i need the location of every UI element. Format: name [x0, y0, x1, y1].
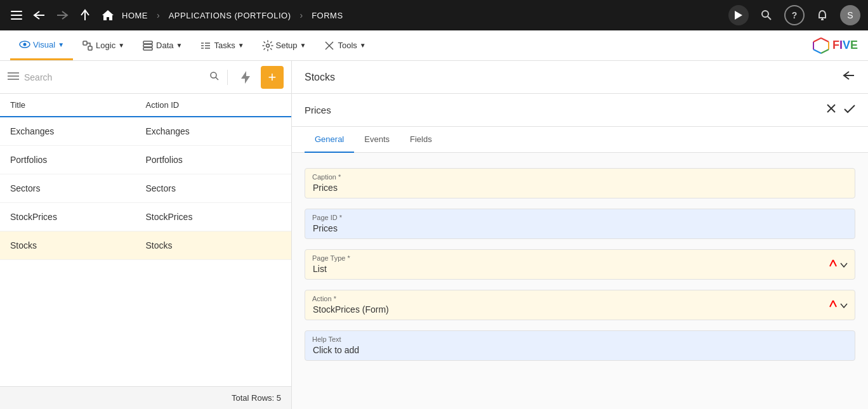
- confirm-icon[interactable]: [844, 103, 855, 117]
- form-content: Caption * Page ID * Page Type *: [292, 153, 868, 409]
- right-panel-title: Stocks: [305, 72, 843, 83]
- svg-line-32: [813, 49, 821, 53]
- search-divider: [227, 70, 228, 85]
- table-row[interactable]: Sectors Sectors: [0, 174, 291, 203]
- row-title: Sectors: [10, 183, 146, 193]
- search-input[interactable]: [24, 72, 204, 82]
- table-row-stocks[interactable]: Stocks Stocks: [0, 231, 291, 260]
- row-title: Exchanges: [10, 126, 146, 136]
- svg-marker-6: [102, 10, 114, 20]
- left-panel: + Title Action ID Exchanges Exchanges Po…: [0, 61, 292, 409]
- sidebar-menu-icon[interactable]: [8, 72, 19, 82]
- svg-point-38: [211, 72, 216, 78]
- play-button[interactable]: [728, 5, 749, 25]
- row-title-stocks: Stocks: [10, 240, 146, 250]
- row-title: StockPrices: [10, 212, 146, 222]
- logic-icon: [82, 40, 93, 51]
- main-layout: + Title Action ID Exchanges Exchanges Po…: [0, 61, 868, 409]
- flash-button[interactable]: [235, 67, 256, 88]
- page-id-field-group: Page ID *: [305, 209, 855, 239]
- tasks-label: Tasks: [214, 41, 235, 50]
- five-logo: FIVE: [812, 37, 858, 55]
- table-header: Title Action ID: [0, 94, 291, 117]
- tab-general[interactable]: General: [305, 127, 354, 153]
- top-nav: HOME › APPLICATIONS (PORTFOLIO) › FORMS …: [0, 0, 868, 30]
- col-title-header: Title: [10, 100, 146, 110]
- logic-label: Logic: [96, 41, 115, 50]
- action-input[interactable]: [305, 290, 855, 320]
- table-row[interactable]: StockPrices StockPrices: [0, 203, 291, 231]
- total-rows: Total Rows: 5: [232, 393, 281, 403]
- toolbar-setup[interactable]: Setup ▼: [253, 30, 315, 60]
- avatar[interactable]: S: [840, 5, 860, 25]
- five-logo-text: FIVE: [832, 39, 858, 52]
- table-row[interactable]: Portfolios Portfolios: [0, 146, 291, 174]
- toolbar-data[interactable]: Data ▼: [133, 30, 191, 60]
- toolbar-tools[interactable]: Tools ▼: [315, 30, 374, 60]
- forward-icon[interactable]: [53, 6, 71, 24]
- forms-link[interactable]: FORMS: [312, 11, 343, 20]
- add-button[interactable]: +: [261, 66, 284, 89]
- svg-point-8: [762, 11, 768, 17]
- app-link[interactable]: APPLICATIONS (PORTFOLIO): [169, 11, 291, 20]
- search-icon[interactable]: [209, 71, 220, 83]
- help-text-field-group: Help Text: [305, 330, 855, 361]
- toolbar-visual[interactable]: Visual ▼: [10, 30, 73, 60]
- setup-chevron: ▼: [300, 42, 306, 49]
- setup-label: Setup: [276, 41, 298, 50]
- close-icon[interactable]: [826, 103, 836, 117]
- top-nav-right: ? S: [728, 5, 860, 25]
- svg-line-29: [821, 38, 829, 42]
- tasks-icon: [200, 40, 211, 51]
- form-panel-title: Prices: [305, 105, 826, 115]
- svg-line-39: [216, 77, 218, 80]
- menu-icon[interactable]: [8, 6, 25, 24]
- right-panel: Stocks Prices: [292, 61, 868, 409]
- up-icon[interactable]: [76, 6, 94, 24]
- row-action: Sectors: [146, 183, 282, 193]
- search-nav-icon[interactable]: [756, 5, 777, 25]
- svg-rect-2: [11, 18, 22, 20]
- back-icon[interactable]: [30, 6, 48, 24]
- tasks-chevron: ▼: [238, 42, 244, 49]
- setup-icon: [262, 40, 273, 51]
- tools-chevron: ▼: [360, 42, 366, 49]
- svg-rect-14: [83, 41, 87, 45]
- visual-label: Visual: [33, 40, 55, 49]
- right-header: Stocks: [292, 61, 868, 94]
- row-action: Portfolios: [146, 155, 282, 165]
- toolbar-tasks[interactable]: Tasks ▼: [191, 30, 253, 60]
- row-title: Portfolios: [10, 155, 146, 165]
- form-panel-actions: [826, 103, 855, 117]
- svg-rect-15: [88, 46, 92, 50]
- caption-input[interactable]: [305, 168, 855, 198]
- bell-icon[interactable]: [812, 5, 832, 25]
- help-text-input[interactable]: [305, 330, 855, 361]
- form-panel-header: Prices: [292, 94, 868, 127]
- svg-rect-1: [11, 15, 22, 16]
- home-link[interactable]: HOME: [122, 11, 148, 20]
- toolbar: Visual ▼ Logic ▼ Data ▼ Tasks ▼: [0, 30, 868, 61]
- tabs-bar: General Events Fields: [292, 127, 868, 153]
- caption-field-group: Caption *: [305, 168, 855, 198]
- right-back-icon[interactable]: [843, 70, 855, 84]
- svg-rect-18: [143, 48, 152, 50]
- eye-icon: [19, 40, 30, 49]
- home-icon[interactable]: [99, 6, 117, 24]
- svg-line-34: [813, 38, 821, 42]
- row-action: StockPrices: [146, 212, 282, 222]
- tools-icon: [324, 40, 335, 51]
- help-icon[interactable]: ?: [784, 5, 805, 25]
- page-id-input[interactable]: [305, 209, 855, 239]
- svg-rect-0: [11, 11, 22, 12]
- visual-chevron: ▼: [58, 41, 64, 48]
- breadcrumb-arrow-2: ›: [300, 10, 303, 20]
- tab-fields[interactable]: Fields: [400, 127, 442, 153]
- tab-events[interactable]: Events: [354, 127, 400, 153]
- table-row[interactable]: Exchanges Exchanges: [0, 117, 291, 146]
- svg-marker-7: [735, 11, 742, 20]
- data-icon: [142, 40, 154, 51]
- toolbar-logic[interactable]: Logic ▼: [73, 30, 133, 60]
- page-type-field-group: Page Type *: [305, 249, 855, 280]
- page-type-input[interactable]: [305, 249, 855, 280]
